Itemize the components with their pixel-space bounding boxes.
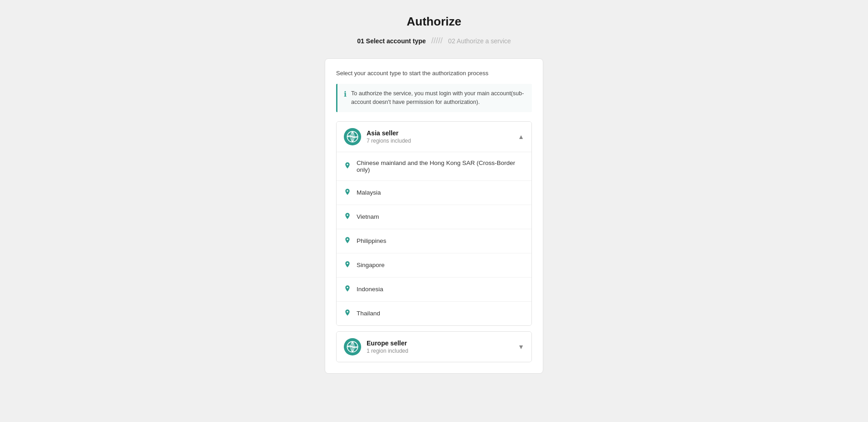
- region-name: Vietnam: [357, 213, 379, 220]
- asia-seller-card: Asia seller 7 regions included ▲ Chinese…: [336, 121, 532, 326]
- europe-seller-header-left: Europe seller 1 region included: [344, 338, 408, 355]
- region-item: Philippines: [337, 229, 531, 253]
- region-item: Vietnam: [337, 205, 531, 229]
- europe-seller-header[interactable]: Europe seller 1 region included ▼: [337, 332, 531, 362]
- region-name: Chinese mainland and the Hong Kong SAR (…: [357, 160, 524, 173]
- europe-seller-regions: 1 region included: [367, 348, 408, 354]
- asia-seller-header-left: Asia seller 7 regions included: [344, 128, 411, 145]
- region-pin-icon: [344, 237, 351, 246]
- asia-seller-name: Asia seller: [367, 129, 411, 137]
- region-pin-icon: [344, 162, 351, 171]
- europe-seller-info: Europe seller 1 region included: [367, 340, 408, 354]
- asia-regions-list: Chinese mainland and the Hong Kong SAR (…: [337, 152, 531, 325]
- page-title: Authorize: [0, 15, 868, 29]
- region-pin-icon: [344, 188, 351, 197]
- region-item: Malaysia: [337, 181, 531, 205]
- region-pin-icon: [344, 261, 351, 270]
- europe-seller-chevron: ▼: [518, 343, 524, 350]
- info-icon: ℹ: [344, 90, 347, 98]
- region-name: Thailand: [357, 310, 380, 317]
- step-1: 01 Select account type: [357, 37, 426, 45]
- step-2: 02 Authorize a service: [448, 37, 511, 45]
- region-name: Malaysia: [357, 189, 381, 196]
- main-card: Select your account type to start the au…: [325, 58, 543, 374]
- card-description: Select your account type to start the au…: [336, 70, 532, 77]
- asia-seller-info: Asia seller 7 regions included: [367, 129, 411, 144]
- region-name: Singapore: [357, 262, 385, 268]
- asia-seller-chevron: ▲: [518, 133, 524, 140]
- region-pin-icon: [344, 285, 351, 294]
- info-banner: ℹ To authorize the service, you must log…: [336, 84, 532, 112]
- region-item: Chinese mainland and the Hong Kong SAR (…: [337, 152, 531, 181]
- asia-seller-regions: 7 regions included: [367, 138, 411, 144]
- steps-bar: 01 Select account type ///// 02 Authoriz…: [0, 36, 868, 46]
- region-name: Philippines: [357, 237, 386, 244]
- region-item: Singapore: [337, 253, 531, 278]
- region-item: Indonesia: [337, 278, 531, 302]
- step-divider: /////: [431, 36, 443, 46]
- region-pin-icon: [344, 212, 351, 221]
- europe-seller-card: Europe seller 1 region included ▼: [336, 331, 532, 362]
- region-pin-icon: [344, 309, 351, 318]
- region-name: Indonesia: [357, 286, 383, 293]
- page-header: Authorize 01 Select account type ///// 0…: [0, 0, 868, 55]
- europe-seller-avatar: [344, 338, 361, 355]
- asia-seller-avatar: [344, 128, 361, 145]
- asia-seller-header[interactable]: Asia seller 7 regions included ▲: [337, 122, 531, 152]
- europe-seller-name: Europe seller: [367, 340, 408, 347]
- region-item: Thailand: [337, 302, 531, 325]
- info-text: To authorize the service, you must login…: [351, 89, 526, 107]
